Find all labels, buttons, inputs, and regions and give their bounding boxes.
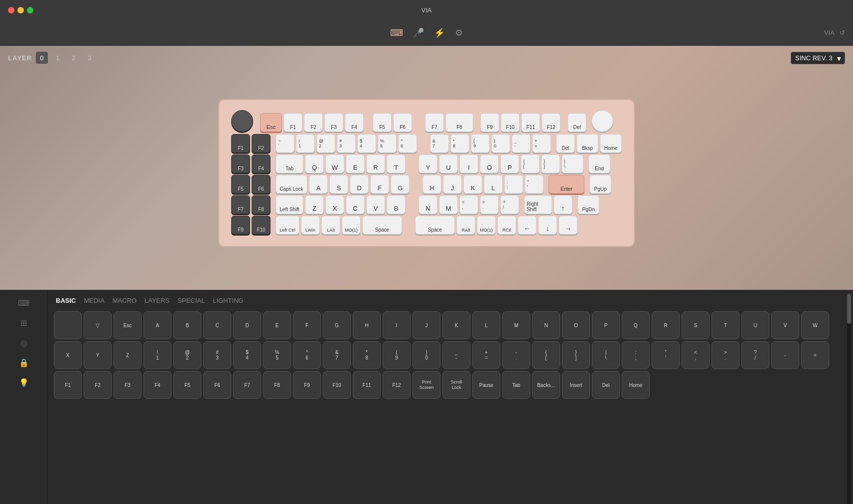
key-f7-side[interactable]: F7	[231, 195, 250, 214]
key-1[interactable]: !1	[296, 134, 315, 153]
kc-backs[interactable]: Backs...	[532, 371, 560, 399]
key-home[interactable]: Home	[600, 134, 622, 153]
kc-b[interactable]: B	[173, 311, 201, 339]
key-backslash[interactable]: |\	[562, 154, 583, 173]
key-f9-side[interactable]: F9	[231, 216, 250, 235]
key-bksp[interactable]: Bksp	[576, 134, 598, 153]
kc-4[interactable]: $4	[233, 341, 261, 369]
kc-semicolon[interactable]: :;	[622, 341, 650, 369]
kc-6[interactable]: ^6	[293, 341, 321, 369]
kc-2[interactable]: @2	[173, 341, 201, 369]
kc-tab[interactable]: Tab	[502, 371, 530, 399]
kc-s[interactable]: S	[682, 311, 710, 339]
key-f8-side[interactable]: F8	[252, 195, 271, 214]
kc-t[interactable]: T	[711, 311, 739, 339]
kc-7[interactable]: &7	[323, 341, 351, 369]
key-b[interactable]: B	[387, 195, 406, 214]
kc-k[interactable]: K	[442, 311, 470, 339]
kc-f10-btn[interactable]: F10	[323, 371, 351, 399]
key-c[interactable]: C	[346, 195, 365, 214]
key-f2-top[interactable]: F2	[304, 113, 323, 132]
key-lwin[interactable]: LWin	[301, 216, 320, 235]
kc-f9-btn[interactable]: F9	[293, 371, 321, 399]
key-semicolon[interactable]: :;	[504, 175, 523, 194]
key-f4-top[interactable]: F4	[345, 113, 364, 132]
toolbar-refresh-icon[interactable]: ↺	[840, 29, 845, 36]
key-knob-left[interactable]	[231, 110, 253, 132]
key-pgdn[interactable]: PgDn	[577, 195, 599, 214]
kc-3[interactable]: #3	[203, 341, 231, 369]
kc-comma[interactable]: <,	[682, 341, 710, 369]
kc-pause[interactable]: Pause	[472, 371, 500, 399]
key-j[interactable]: J	[443, 175, 462, 194]
key-rctl[interactable]: RCtl	[497, 216, 516, 235]
kc-a[interactable]: A	[143, 311, 171, 339]
kc-equal[interactable]: +=	[472, 341, 500, 369]
sidebar-circle-icon[interactable]: ◎	[15, 334, 33, 352]
key-left[interactable]: ←	[518, 216, 537, 235]
kc-q[interactable]: Q	[622, 311, 650, 339]
key-mo1-left[interactable]: MO(1)	[342, 216, 361, 235]
kc-p[interactable]: P	[592, 311, 620, 339]
kc-rbracket[interactable]: }]	[562, 341, 590, 369]
key-f2-side[interactable]: F2	[252, 134, 271, 153]
kc-e[interactable]: E	[263, 311, 291, 339]
kc-h[interactable]: H	[353, 311, 381, 339]
kc-f7-btn[interactable]: F7	[233, 371, 261, 399]
kc-quote[interactable]: "'	[652, 341, 680, 369]
key-f6-side[interactable]: F6	[252, 175, 271, 194]
layer-1[interactable]: 1	[52, 52, 64, 64]
kc-dot[interactable]: -.	[502, 341, 530, 369]
key-esc[interactable]: Esc	[260, 113, 282, 132]
key-o[interactable]: O	[480, 154, 499, 173]
key-slash[interactable]: ?/	[500, 195, 519, 214]
kc-f6-btn[interactable]: F6	[203, 371, 231, 399]
kc-5[interactable]: %5	[263, 341, 291, 369]
sidebar-grid-icon[interactable]: ⊞	[15, 314, 33, 332]
key-pgup[interactable]: PgUp	[589, 175, 611, 194]
key-9[interactable]: (9	[471, 134, 490, 153]
kc-w[interactable]: W	[801, 311, 829, 339]
key-f9-top[interactable]: F9	[480, 113, 499, 132]
key-up[interactable]: ↑	[554, 195, 572, 214]
key-v[interactable]: V	[366, 195, 385, 214]
key-e[interactable]: E	[346, 154, 365, 173]
key-space-right[interactable]: Space	[415, 216, 455, 235]
kc-minus[interactable]: _-	[442, 341, 470, 369]
kc-l[interactable]: L	[472, 311, 500, 339]
kc-home-btn[interactable]: Home	[622, 371, 650, 399]
maximize-button[interactable]	[27, 7, 33, 13]
close-button[interactable]	[8, 7, 14, 13]
key-f5-top[interactable]: F5	[373, 113, 392, 132]
key-t[interactable]: T	[387, 154, 406, 173]
settings-icon[interactable]: ⚙	[455, 27, 463, 38]
kc-del-btn[interactable]: Del	[592, 371, 620, 399]
sidebar-bulb-icon[interactable]: 💡	[15, 374, 33, 391]
microphone-icon[interactable]: 🎤	[413, 27, 424, 38]
key-lbracket[interactable]: {[	[521, 154, 540, 173]
kc-n[interactable]: N	[532, 311, 560, 339]
key-period[interactable]: >.	[480, 195, 499, 214]
cat-basic[interactable]: BASIC	[54, 296, 78, 305]
kc-f3-btn[interactable]: F3	[114, 371, 142, 399]
kc-eq[interactable]: =	[801, 341, 829, 369]
layer-3[interactable]: 3	[84, 52, 96, 64]
kc-period[interactable]: >.	[711, 341, 739, 369]
key-r[interactable]: R	[366, 154, 385, 173]
key-i[interactable]: I	[459, 154, 478, 173]
kc-d[interactable]: D	[233, 311, 261, 339]
key-ralt[interactable]: RAlt	[456, 216, 475, 235]
key-f10-side[interactable]: F10	[252, 216, 271, 235]
kc-f8-btn[interactable]: F8	[263, 371, 291, 399]
key-g[interactable]: G	[391, 175, 410, 194]
key-x[interactable]: X	[325, 195, 344, 214]
key-f4-side[interactable]: F4	[252, 154, 271, 173]
key-tilde[interactable]: ~`	[276, 134, 294, 153]
kc-0[interactable]: )0	[413, 341, 440, 369]
key-comma[interactable]: <,	[459, 195, 478, 214]
sidebar-lock-icon[interactable]: 🔒	[15, 354, 33, 372]
lightning-icon[interactable]: ⚡	[434, 27, 445, 38]
key-lalt[interactable]: LAlt	[321, 216, 340, 235]
key-2[interactable]: @2	[316, 134, 335, 153]
kc-c[interactable]: C	[203, 311, 231, 339]
